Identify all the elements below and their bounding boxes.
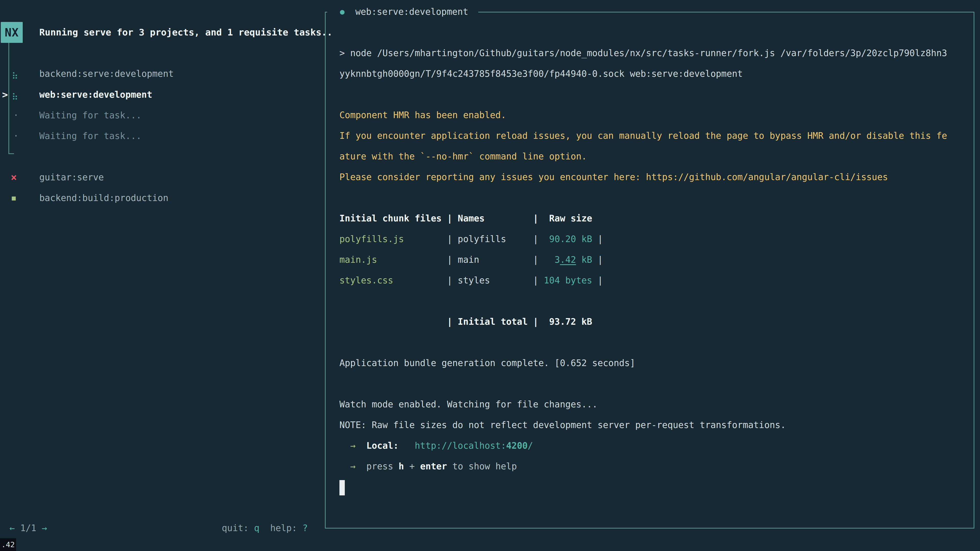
terminal-link[interactable]: / bbox=[528, 441, 533, 451]
terminal-text-segment: + bbox=[404, 461, 420, 472]
pager-page-indicator: 1/1 bbox=[15, 523, 41, 533]
terminal-text-segment: 3 bbox=[555, 254, 560, 265]
terminal-line bbox=[339, 291, 959, 311]
nx-logo: NX bbox=[1, 22, 23, 43]
task-label: Waiting for task... bbox=[39, 108, 142, 122]
terminal-text-segment: | Initial total | 93.72 kB bbox=[339, 317, 592, 327]
spinner-icon: ⣦ bbox=[12, 88, 18, 102]
terminal-screen: NX Running serve for 3 projects, and 1 r… bbox=[0, 0, 980, 551]
terminal-text-segment bbox=[339, 461, 350, 472]
task-label: backend:serve:development bbox=[39, 67, 174, 81]
task-row[interactable]: ×guitar:serve bbox=[0, 170, 321, 184]
terminal-text-segment: 90.20 kB bbox=[549, 234, 592, 244]
terminal-text-segment: Application bundle generation complete. … bbox=[339, 358, 635, 368]
corner-overlay-badge: .42 bbox=[0, 538, 16, 551]
task-row[interactable]: ■backend:build:production bbox=[0, 191, 321, 205]
terminal-text-segment: styles.css bbox=[339, 275, 393, 286]
terminal-line: Please consider reporting any issues you… bbox=[339, 167, 959, 187]
quit-key: q bbox=[254, 523, 259, 533]
terminal-text-segment: | main | bbox=[377, 254, 555, 265]
task-label: Waiting for task... bbox=[39, 129, 142, 143]
help-key: ? bbox=[302, 523, 308, 533]
terminal-text-segment: | polyfills | bbox=[404, 234, 549, 244]
terminal-text-segment: Local: bbox=[366, 441, 398, 451]
terminal-link[interactable]: http://localhost: bbox=[415, 441, 506, 451]
terminal-text-segment: to show help bbox=[447, 461, 517, 472]
terminal-text-segment: Watch mode enabled. Watching for file ch… bbox=[339, 399, 597, 410]
terminal-text-segment: | bbox=[592, 234, 603, 244]
task-row[interactable]: >⣦web:serve:development bbox=[0, 88, 321, 102]
terminal-line bbox=[339, 332, 959, 353]
terminal-link[interactable]: 4200 bbox=[506, 441, 528, 451]
terminal-text-segment bbox=[339, 441, 350, 451]
run-summary-title: Running serve for 3 projects, and 1 requ… bbox=[39, 26, 332, 39]
quit-hint-label: quit: bbox=[222, 523, 254, 533]
selected-task-caret-icon: > bbox=[2, 88, 8, 102]
task-pager: ← 1/1 → bbox=[10, 521, 47, 535]
failed-cross-icon: × bbox=[11, 170, 17, 184]
terminal-text-segment: ature with the `--no-hmr` command line o… bbox=[339, 151, 587, 162]
terminal-text-segment: main.js bbox=[339, 254, 377, 265]
panel-title: web:serve:development bbox=[345, 6, 468, 17]
task-label: guitar:serve bbox=[39, 170, 104, 184]
help-hint-label: help: bbox=[259, 523, 303, 533]
terminal-text-segment bbox=[355, 441, 366, 451]
terminal-text-segment: Component HMR has been enabled. bbox=[339, 110, 506, 120]
waiting-dot-icon: · bbox=[13, 129, 19, 143]
terminal-text-segment: Initial chunk files | Names | Raw size bbox=[339, 213, 592, 224]
terminal-line: Initial chunk files | Names | Raw size bbox=[339, 208, 959, 229]
terminal-text-segment: polyfills.js bbox=[339, 234, 404, 244]
terminal-text-segment: | bbox=[592, 254, 603, 265]
terminal-text-segment: kB bbox=[576, 254, 592, 265]
terminal-line bbox=[339, 373, 959, 394]
terminal-line: NOTE: Raw file sizes do not reflect deve… bbox=[339, 415, 959, 435]
terminal-text-segment: If you encounter application reload issu… bbox=[339, 130, 947, 141]
terminal-line: ature with the `--no-hmr` command line o… bbox=[339, 146, 959, 167]
terminal-text-segment: | styles | bbox=[393, 275, 544, 286]
terminal-link[interactable]: https://github.com/angular/angular-cli/i… bbox=[646, 172, 888, 182]
terminal-text-segment bbox=[399, 441, 415, 451]
terminal-line: If you encounter application reload issu… bbox=[339, 125, 959, 146]
waiting-dot-icon: · bbox=[13, 108, 19, 122]
task-group-line-corner bbox=[8, 153, 14, 154]
running-status-dot-icon: ● bbox=[340, 7, 345, 16]
terminal-text-segment: 104 bytes bbox=[544, 275, 592, 286]
terminal-text-segment: .42 bbox=[560, 254, 576, 265]
terminal-line: > node /Users/mhartington/Github/guitars… bbox=[339, 43, 959, 64]
task-row[interactable]: ·Waiting for task... bbox=[0, 129, 321, 143]
terminal-output: > node /Users/mhartington/Github/guitars… bbox=[339, 43, 959, 477]
terminal-text-segment: enter bbox=[420, 461, 447, 472]
task-row[interactable]: ·Waiting for task... bbox=[0, 108, 321, 122]
terminal-text-segment: NOTE: Raw file sizes do not reflect deve… bbox=[339, 420, 786, 430]
terminal-line: yyknnbtgh0000gn/T/9f4c243785f8453e3f00/f… bbox=[339, 64, 959, 84]
terminal-text-segment: → bbox=[350, 461, 355, 472]
pager-next-icon[interactable]: → bbox=[41, 523, 47, 533]
terminal-line: → press h + enter to show help bbox=[339, 456, 959, 477]
terminal-line bbox=[339, 187, 959, 208]
terminal-text-segment bbox=[355, 461, 366, 472]
task-label: backend:build:production bbox=[39, 191, 169, 205]
terminal-line: Watch mode enabled. Watching for file ch… bbox=[339, 394, 959, 415]
spinner-icon: ⣦ bbox=[12, 67, 18, 81]
terminal-text-segment: yyknnbtgh0000gn/T/9f4c243785f8453e3f00/f… bbox=[339, 68, 743, 79]
terminal-line: styles.css | styles | 104 bytes | bbox=[339, 270, 959, 291]
panel-header: ● web:serve:development bbox=[340, 5, 468, 18]
terminal-line: polyfills.js | polyfills | 90.20 kB | bbox=[339, 229, 959, 249]
terminal-line: Component HMR has been enabled. bbox=[339, 105, 959, 125]
terminal-text-segment: | bbox=[592, 275, 603, 286]
terminal-text-segment: > node /Users/mhartington/Github/guitars… bbox=[339, 48, 947, 58]
terminal-line: main.js | main | 3.42 kB | bbox=[339, 249, 959, 270]
terminal-cursor bbox=[339, 480, 345, 495]
terminal-text-segment: Please consider reporting any issues you… bbox=[339, 172, 646, 182]
pager-prev-icon[interactable]: ← bbox=[10, 523, 15, 533]
terminal-text-segment: → bbox=[350, 441, 355, 451]
terminal-text-segment: press bbox=[366, 461, 398, 472]
terminal-text-segment: h bbox=[399, 461, 404, 472]
task-row[interactable]: ⣦backend:serve:development bbox=[0, 67, 321, 81]
success-square-icon: ■ bbox=[12, 191, 16, 205]
terminal-line bbox=[339, 84, 959, 105]
terminal-line: | Initial total | 93.72 kB bbox=[339, 311, 959, 332]
terminal-line: → Local: http://localhost:4200/ bbox=[339, 435, 959, 456]
task-label: web:serve:development bbox=[39, 88, 152, 102]
terminal-line: Application bundle generation complete. … bbox=[339, 353, 959, 373]
